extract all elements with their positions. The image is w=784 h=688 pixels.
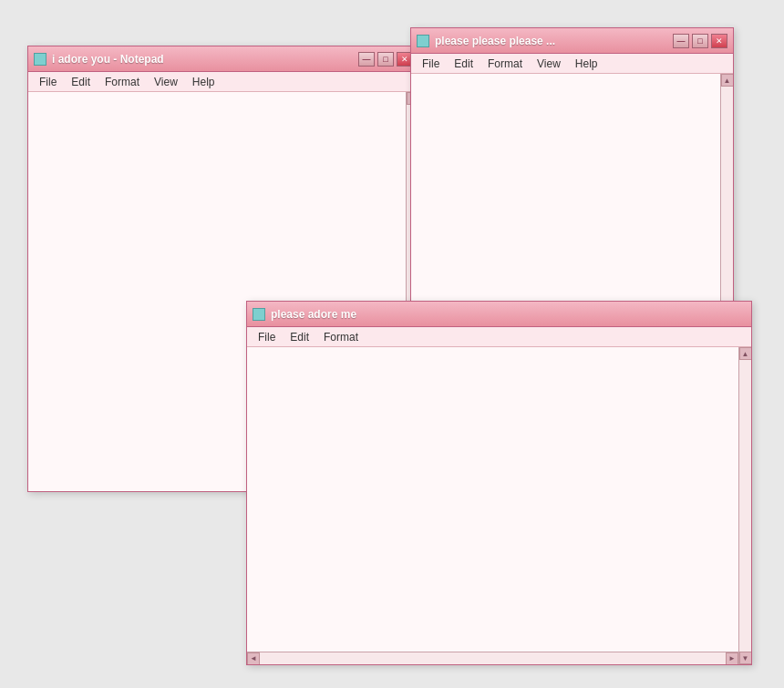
scroll-left-win3[interactable]: ◄ bbox=[247, 652, 260, 665]
minimize-button-win2[interactable]: — bbox=[673, 34, 689, 48]
menu-format-win3[interactable]: Format bbox=[316, 329, 366, 345]
window-please-adore-me[interactable]: please adore me File Edit Format ▲ ▼ ◄ ► bbox=[246, 301, 752, 665]
close-button-win2[interactable]: ✕ bbox=[711, 34, 727, 48]
minimize-button-win1[interactable]: — bbox=[358, 52, 375, 67]
title-bar-win3: please adore me bbox=[247, 302, 751, 327]
menu-help-win2[interactable]: Help bbox=[568, 56, 605, 72]
content-area-win3[interactable]: ▲ ▼ ◄ ► bbox=[247, 347, 751, 664]
title-bar-buttons-win1: — □ ✕ bbox=[358, 52, 413, 67]
menu-view-win1[interactable]: View bbox=[147, 74, 185, 90]
menu-edit-win1[interactable]: Edit bbox=[64, 74, 98, 90]
maximize-button-win1[interactable]: □ bbox=[377, 52, 394, 67]
maximize-button-win2[interactable]: □ bbox=[692, 34, 708, 48]
menu-bar-win2: File Edit Format View Help bbox=[411, 54, 733, 74]
scroll-track-h-win3 bbox=[260, 652, 726, 664]
scrollbar-h-win3[interactable]: ◄ ► bbox=[247, 652, 738, 664]
menu-format-win2[interactable]: Format bbox=[480, 56, 530, 72]
title-bar-win2: please please please ... — □ ✕ bbox=[411, 28, 733, 54]
title-text-win2: please please please ... bbox=[435, 35, 673, 47]
title-text-win1: i adore you - Notepad bbox=[52, 53, 358, 66]
menu-edit-win3[interactable]: Edit bbox=[283, 329, 316, 345]
menu-bar-win3: File Edit Format bbox=[247, 327, 751, 347]
menu-file-win1[interactable]: File bbox=[32, 74, 64, 90]
scroll-up-win2[interactable]: ▲ bbox=[721, 74, 734, 87]
menu-view-win2[interactable]: View bbox=[530, 56, 568, 72]
menu-file-win2[interactable]: File bbox=[415, 56, 447, 72]
scroll-right-win3[interactable]: ► bbox=[726, 652, 738, 665]
title-text-win3: please adore me bbox=[271, 308, 746, 321]
menu-file-win3[interactable]: File bbox=[251, 329, 283, 345]
title-bar-buttons-win2: — □ ✕ bbox=[673, 34, 727, 48]
scroll-track-v-win3 bbox=[739, 360, 751, 652]
scroll-down-win3[interactable]: ▼ bbox=[739, 652, 752, 664]
window-icon-win2 bbox=[417, 35, 429, 47]
window-icon-win3 bbox=[253, 308, 265, 321]
title-bar-win1: i adore you - Notepad — □ ✕ bbox=[28, 46, 418, 72]
scrollbar-v-win3[interactable]: ▲ ▼ bbox=[738, 347, 751, 664]
menu-help-win1[interactable]: Help bbox=[185, 74, 222, 90]
scroll-up-win3[interactable]: ▲ bbox=[739, 347, 752, 360]
menu-format-win1[interactable]: Format bbox=[98, 74, 147, 90]
menu-bar-win1: File Edit Format View Help bbox=[28, 72, 418, 92]
menu-edit-win2[interactable]: Edit bbox=[447, 56, 480, 72]
window-icon-win1 bbox=[34, 53, 46, 66]
